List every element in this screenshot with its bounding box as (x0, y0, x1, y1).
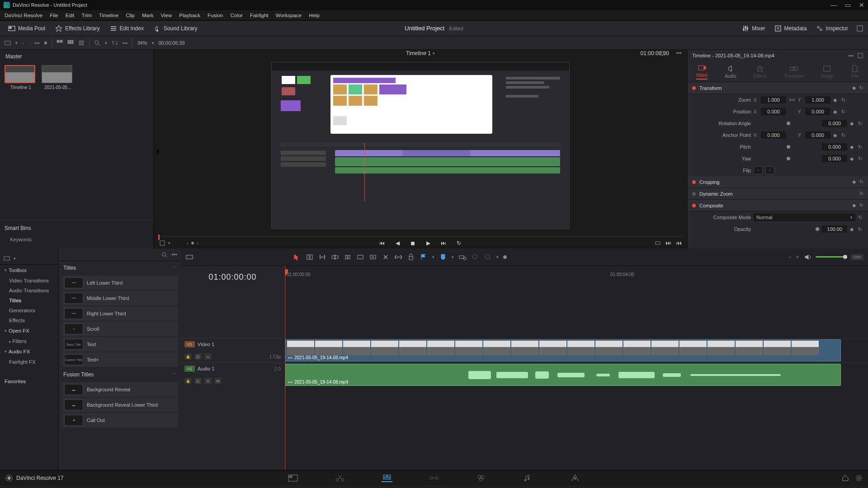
fusion-page-icon[interactable] (429, 474, 439, 482)
tab-effects[interactable]: Effects (753, 65, 767, 79)
crop-icon[interactable] (159, 240, 165, 246)
flag-icon[interactable] (420, 253, 428, 261)
media-pool-button[interactable]: Media Pool (5, 23, 49, 34)
kf-icon[interactable]: ◆ (850, 156, 855, 161)
thumb-view-icon[interactable] (57, 40, 63, 46)
tl-view-icon[interactable] (185, 253, 193, 261)
viewer-title[interactable]: Timeline 1 (406, 50, 431, 56)
fairlight-page-icon[interactable] (523, 474, 533, 482)
cropping-section[interactable]: Cropping ◆↻ (688, 176, 868, 188)
prev-edit-icon[interactable]: ⏮ (676, 239, 682, 246)
menu-mark[interactable]: Mark (142, 13, 154, 18)
reset-icon[interactable]: ↻ (859, 202, 863, 208)
nav-back-icon[interactable]: ‹ (22, 40, 24, 46)
crop-chevron-icon[interactable]: ▾ (168, 241, 170, 245)
sound-library-button[interactable]: Sound Library (150, 23, 201, 34)
deliver-page-icon[interactable] (570, 474, 580, 482)
menu-trim[interactable]: Trim (82, 13, 92, 18)
edit-page-icon[interactable] (382, 474, 392, 482)
lock-track-icon[interactable]: 🔒 (184, 378, 192, 384)
color-page-icon[interactable] (476, 474, 486, 482)
close-icon[interactable]: ✕ (859, 1, 864, 9)
fullscreen-icon[interactable] (856, 25, 863, 32)
kf-icon[interactable]: ◆ (852, 179, 856, 185)
dynzoom-enable-dot[interactable] (692, 192, 696, 196)
dynamic-trim-icon[interactable] (318, 253, 326, 261)
tab-file[interactable]: File (850, 65, 859, 79)
composite-section[interactable]: Composite ◆↻ (688, 200, 868, 211)
nav-next-icon[interactable]: › (197, 240, 198, 246)
pos-y-input[interactable] (805, 108, 830, 115)
lock-icon[interactable] (407, 253, 415, 261)
flip-h-button[interactable]: ↔ (754, 166, 763, 174)
solo-button[interactable]: S (204, 378, 212, 384)
timeline-ruler[interactable]: 01:00:00:00 01:00:04:00 (285, 266, 868, 288)
tab-video[interactable]: Video (696, 64, 708, 80)
kf-icon[interactable]: ◆ (850, 226, 855, 232)
composite-mode-select[interactable]: Normal ▾ (754, 213, 855, 221)
video-track-lane[interactable]: 2021-05-05_19-14-08.mp4 (285, 338, 868, 362)
media-page-icon[interactable] (288, 474, 298, 482)
loop-icon[interactable]: ↻ (455, 239, 463, 247)
stop-icon[interactable]: ◼ (409, 239, 417, 247)
link-icon[interactable] (789, 97, 795, 103)
blade-tool-icon[interactable] (331, 253, 339, 261)
viewer-chevron-icon[interactable]: ▾ (433, 51, 435, 56)
title-item[interactable]: Custom TitleText+ (61, 352, 178, 367)
last-frame-icon[interactable]: ⏭ (439, 239, 448, 247)
transform-section[interactable]: Transform ◆↻ (688, 82, 868, 94)
tab-image[interactable]: Image (821, 65, 834, 79)
menu-playback[interactable]: Playback (179, 13, 200, 18)
nav-fairlight-fx[interactable]: Fairlight FX (0, 357, 58, 367)
menu-help[interactable]: Help (309, 13, 320, 18)
disable-track-icon[interactable]: ▭ (204, 353, 212, 360)
reset-icon[interactable]: ↻ (841, 132, 847, 138)
flip-v-button[interactable]: ↕ (765, 166, 774, 174)
mixer-button[interactable]: Mixer (738, 23, 769, 34)
prev-frame-icon[interactable]: ◀ (393, 239, 401, 247)
cropping-enable-dot[interactable] (692, 180, 696, 184)
reset-icon[interactable]: ↻ (859, 191, 863, 197)
blade-icon[interactable] (382, 253, 390, 261)
keyframe-icon[interactable]: ◆ (852, 85, 856, 91)
menu-view[interactable]: View (161, 13, 172, 18)
trim-tool-icon[interactable] (306, 253, 314, 261)
smart-bin-keywords[interactable]: Keywords (5, 235, 149, 244)
flag-chevron-icon[interactable]: ▾ (432, 255, 434, 259)
rotation-input[interactable] (822, 120, 847, 127)
link-icon[interactable] (394, 253, 402, 261)
video-track-header[interactable]: V1 Video 1 🔒 ◫ ▭ 1 Clip (181, 338, 284, 362)
maximize-icon[interactable]: ▭ (845, 1, 851, 9)
viewer-more-icon[interactable]: ••• (676, 50, 682, 56)
smart-bins-header[interactable]: Smart Bins (5, 225, 149, 231)
audiofx-header[interactable]: ▾Audio FX (0, 346, 58, 357)
fusion-title-item[interactable]: ▬Background Reveal Lower Third (61, 398, 178, 412)
menu-fairlight[interactable]: Fairlight (250, 13, 269, 18)
sort-icon[interactable] (112, 40, 118, 46)
composite-enable-dot[interactable] (692, 204, 696, 207)
yaw-slider[interactable] (754, 155, 819, 162)
pitch-slider[interactable] (754, 144, 819, 150)
nav-effects[interactable]: Effects (0, 315, 58, 325)
menu-color[interactable]: Color (230, 13, 242, 18)
audio-track-header[interactable]: A1 Audio 1 2.0 🔒 ◫ S M (181, 362, 284, 387)
mute-button[interactable]: M (214, 378, 222, 384)
insert-icon[interactable] (344, 253, 352, 261)
auto-select-icon[interactable]: ◫ (194, 353, 202, 360)
list-view-icon[interactable] (78, 40, 85, 46)
ellipse-icon[interactable] (659, 50, 665, 56)
nav-audio-transitions[interactable]: Audio Transitions (0, 286, 58, 296)
audio-clip[interactable]: 2021-05-05_19-14-08.mp4 (285, 364, 841, 386)
tab-audio[interactable]: Audio (725, 65, 736, 79)
reset-icon[interactable]: ↻ (858, 215, 863, 220)
video-track-badge[interactable]: V1 (184, 341, 195, 347)
more-icon[interactable]: ••• (34, 40, 40, 46)
audio-track-badge[interactable]: A1 (184, 366, 195, 372)
media-item-timeline[interactable]: Timeline 1 (5, 65, 37, 90)
reset-icon[interactable]: ↻ (858, 156, 863, 161)
lock-track-icon[interactable]: 🔒 (184, 353, 192, 360)
more-icon[interactable]: ••• (171, 252, 177, 258)
reset-icon[interactable]: ↻ (841, 97, 847, 103)
nav-filters[interactable]: ▸ Filters (0, 336, 58, 346)
dim-button[interactable]: DIM (851, 254, 864, 260)
